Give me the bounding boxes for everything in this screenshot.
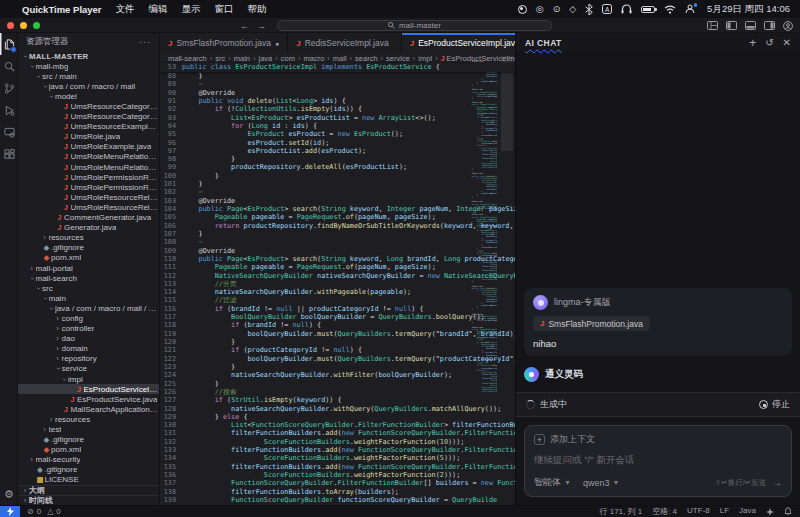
tree-item[interactable]: ◆.gitignore <box>18 435 159 445</box>
code-line[interactable]: 94 for (Long id : ids) { <box>160 122 515 130</box>
minimize-window-button[interactable] <box>20 22 27 29</box>
code-line[interactable]: 124 nativeSearchQueryBuilder.withFilter(… <box>160 371 515 379</box>
tree-item[interactable]: ›domain <box>18 344 159 354</box>
code-line[interactable]: 131 filterFunctionBuilders.add(new Funct… <box>160 429 515 437</box>
sticky-scroll-line[interactable]: 53public class EsProductServiceImpl impl… <box>160 63 515 72</box>
code-line[interactable]: 115 //过滤 <box>160 296 515 304</box>
sidebar-section-时间线[interactable]: ›时间线 <box>18 495 159 505</box>
tree-item[interactable]: ›service <box>18 364 159 374</box>
breadcrumb-item[interactable]: java <box>259 54 273 63</box>
tree-item[interactable]: ›controller <box>18 324 159 334</box>
tree-item[interactable]: ◆pom.xml <box>18 253 159 263</box>
menu-窗口[interactable]: 窗口 <box>215 3 234 14</box>
notifications-bell-icon[interactable] <box>784 507 792 516</box>
statusbar-item[interactable]: LF <box>720 506 729 517</box>
code-area[interactable]: 88 } 89 ⋯ 90 @Override 91 public void de… <box>160 72 515 505</box>
statusbar-item[interactable]: Java <box>739 506 756 517</box>
code-line[interactable]: 126 //搜索 <box>160 388 515 396</box>
tree-item[interactable]: JUmsRoleMenuRelationExample.java <box>18 162 159 172</box>
sidebar-more-actions-icon[interactable]: ··· <box>139 37 151 47</box>
minimap[interactable]: } ⋯ @Override public void delete(List<Lo… <box>467 56 497 392</box>
history-back-button[interactable]: ← <box>240 21 249 31</box>
send-button[interactable]: → <box>772 477 782 488</box>
activity-extensions-button[interactable] <box>0 143 18 165</box>
code-line[interactable]: 108 ⋯ <box>160 238 515 246</box>
tree-item[interactable]: ›resources <box>18 414 159 424</box>
activity-remote-explorer-button[interactable] <box>0 121 18 143</box>
code-line[interactable]: 92 if (!CollectionUtils.isEmpty(ids)) { <box>160 105 515 113</box>
breadcrumb-item[interactable]: src <box>215 54 225 63</box>
new-chat-icon[interactable]: + <box>749 36 756 50</box>
code-line[interactable]: 107 } <box>160 230 515 238</box>
code-line[interactable]: 98 } <box>160 155 515 163</box>
code-line[interactable]: 112 NativeSearchQueryBuilder nativeSearc… <box>160 272 515 280</box>
tree-item[interactable]: ›src / main <box>18 71 159 81</box>
user-switch-icon[interactable] <box>685 4 695 14</box>
maximize-window-button[interactable] <box>33 22 40 29</box>
code-line[interactable]: 129 } else { <box>160 413 515 421</box>
menu-帮助[interactable]: 帮助 <box>248 3 267 14</box>
agent-selector[interactable]: 智能体▼ <box>534 476 571 489</box>
activity-explorer-button[interactable] <box>0 33 18 55</box>
bluetooth-icon[interactable] <box>585 4 593 15</box>
tree-item[interactable]: ›main <box>18 293 159 303</box>
code-line[interactable]: 137 FunctionScoreQueryBuilder.FilterFunc… <box>160 479 515 487</box>
tree-item[interactable]: JUmsRoleExample.java <box>18 142 159 152</box>
sidebar-section-大纲[interactable]: ›大纲 <box>18 485 159 495</box>
tree-item[interactable]: ›model <box>18 91 159 101</box>
breadcrumb-item[interactable]: impl <box>418 54 432 63</box>
code-line[interactable]: 133 filterFunctionBuilders.add(new Funct… <box>160 446 515 454</box>
code-line[interactable]: 103 @Override <box>160 197 515 205</box>
tree-item[interactable]: JCommentGenerator.java <box>18 213 159 223</box>
code-line[interactable]: 111 Pageable pageable = PageRequest.of(p… <box>160 263 515 271</box>
code-line[interactable]: 125 } <box>160 380 515 388</box>
code-line[interactable]: 134 ScoreFunctionBuilders.weightFactorFu… <box>160 454 515 462</box>
code-line[interactable]: 101 } <box>160 180 515 188</box>
code-line[interactable]: 132 ScoreFunctionBuilders.weightFactorFu… <box>160 438 515 446</box>
code-line[interactable]: 127 if (StrUtil.isEmpty(keyword)) { <box>160 396 515 404</box>
command-center-search[interactable]: mall-master <box>277 20 552 31</box>
stop-generating-button[interactable]: 停止 <box>759 398 790 411</box>
settings-gear-icon[interactable]: ⚙ <box>0 485 18 503</box>
tree-item[interactable]: JUmsRole.java <box>18 132 159 142</box>
menubar-clock[interactable]: 5月29日 周四 14:06 <box>707 3 790 16</box>
breadcrumb-item[interactable]: macro <box>303 54 324 63</box>
menu-显示[interactable]: 显示 <box>182 3 201 14</box>
close-window-button[interactable] <box>7 22 14 29</box>
input-source-icon[interactable]: A <box>602 4 612 14</box>
tree-item[interactable]: ›mall-mbg <box>18 61 159 71</box>
activity-search-button[interactable] <box>0 55 18 77</box>
tree-item[interactable]: ◆.gitignore <box>18 243 159 253</box>
toggle-panel-icon[interactable] <box>745 21 756 30</box>
code-line[interactable]: 102 ⋯ <box>160 188 515 196</box>
code-line[interactable]: 96 esProduct.setId(id); <box>160 139 515 147</box>
tree-item[interactable]: ◆.gitignore <box>18 465 159 475</box>
breadcrumb-item[interactable]: search <box>355 54 378 63</box>
lingma-status-icon[interactable] <box>766 508 774 516</box>
toggle-secondary-sidebar-icon[interactable] <box>764 21 775 30</box>
tab-ai-chat[interactable]: AI CHAT <box>525 38 562 48</box>
code-line[interactable]: 97 esProductList.add(esProduct); <box>160 147 515 155</box>
code-line[interactable]: 104 public Page<EsProduct> search(String… <box>160 205 515 213</box>
headphones-icon[interactable] <box>621 4 632 14</box>
chat-history-icon[interactable]: ↺ <box>765 37 773 48</box>
tree-item[interactable]: ›dao <box>18 334 159 344</box>
code-line[interactable]: 95 EsProduct esProduct = new EsProduct()… <box>160 130 515 138</box>
tree-item[interactable]: ›config <box>18 313 159 323</box>
add-context-button[interactable]: + 添加上下文 <box>534 433 782 446</box>
code-line[interactable]: 110 public Page<EsProduct> search(String… <box>160 255 515 263</box>
breadcrumb-item[interactable]: service <box>386 54 410 63</box>
battery-icon[interactable] <box>641 6 655 13</box>
status-glyph-2-icon[interactable]: ⊙ <box>553 5 561 14</box>
tree-item[interactable]: JUmsRolePermissionRelationExample.java <box>18 182 159 192</box>
tree-item[interactable]: JEsProductService.java <box>18 394 159 404</box>
menu-文件[interactable]: 文件 <box>116 3 135 14</box>
status-glyph-1-icon[interactable]: ◎ <box>536 5 544 14</box>
code-line[interactable]: 106 return productRepository.findByNameO… <box>160 222 515 230</box>
code-line[interactable]: 128 nativeSearchQueryBuilder.withQuery(Q… <box>160 405 515 413</box>
attached-file-chip[interactable]: J SmsFlashPromotion.java <box>533 316 650 331</box>
code-line[interactable]: 139 FunctionScoreQueryBuilder functionSc… <box>160 496 515 504</box>
breadcrumb-item[interactable]: com <box>281 54 295 63</box>
code-line[interactable]: 122 boolQueryBuilder.must(QueryBuilders.… <box>160 355 515 363</box>
code-line[interactable]: 120 } <box>160 338 515 346</box>
